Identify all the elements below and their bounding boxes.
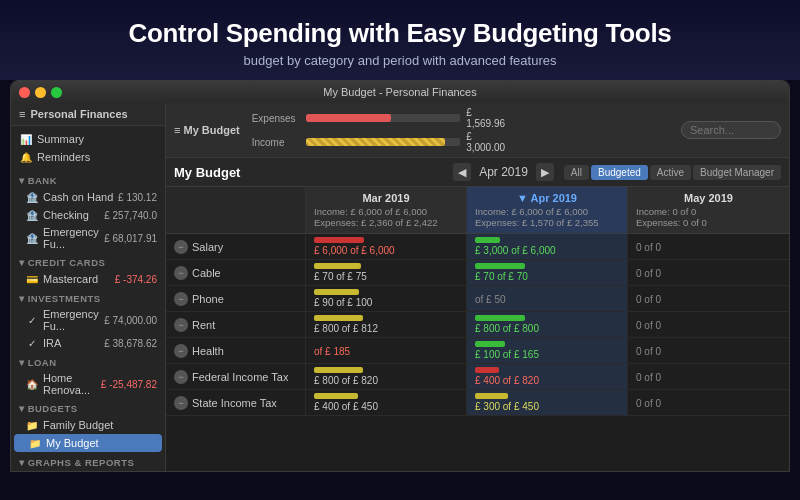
prev-month-button[interactable]: ◀	[453, 163, 471, 181]
row-may-cell[interactable]: 0 of 0	[628, 260, 789, 285]
budget-nav-bar: My Budget ◀ Apr 2019 ▶ AllBudgetedActive…	[166, 158, 789, 187]
row-mar-cell[interactable]: £ 800 of £ 812	[306, 312, 467, 337]
summary-icon: 📊	[19, 132, 33, 146]
sidebar-item-value: £ 130.12	[118, 192, 157, 203]
minimize-button[interactable]	[35, 87, 46, 98]
sidebar-icon: 🏦	[25, 231, 39, 245]
row-mar-cell[interactable]: £ 400 of £ 450	[306, 390, 467, 415]
row-apr-cell[interactable]: £ 100 of £ 165	[467, 338, 628, 363]
may-amount: 0 of 0	[636, 242, 781, 253]
filter-btn-budget-manager[interactable]: Budget Manager	[693, 165, 781, 180]
expenses-bar-container	[306, 114, 460, 122]
row-apr-cell[interactable]: £ 70 of £ 70	[467, 260, 628, 285]
row-may-cell[interactable]: 0 of 0	[628, 338, 789, 363]
sidebar: ≡ Personal Finances 📊 Summary 🔔 Reminder…	[11, 103, 166, 471]
remove-row-button[interactable]: −	[174, 240, 188, 254]
filter-btn-all[interactable]: All	[564, 165, 589, 180]
row-apr-cell[interactable]: £ 800 of £ 800	[467, 312, 628, 337]
current-date-label: Apr 2019	[479, 165, 528, 179]
apr-amount: £ 400 of £ 820	[475, 375, 619, 386]
mar-amount: £ 800 of £ 820	[314, 375, 458, 386]
row-name-cell: −Phone	[166, 286, 306, 311]
remove-row-button[interactable]: −	[174, 344, 188, 358]
sidebar-item-ira[interactable]: ✓IRA£ 38,678.62	[11, 334, 165, 352]
mar-income: Income: £ 6,000 of £ 6,000	[314, 206, 458, 217]
search-input[interactable]	[681, 121, 781, 139]
hero-subtitle: budget by category and period with advan…	[20, 53, 780, 68]
mar-title: Mar 2019	[314, 192, 458, 204]
remove-row-button[interactable]: −	[174, 396, 188, 410]
row-apr-cell[interactable]: £ 3,000 of £ 6,000	[467, 234, 628, 259]
row-mar-cell[interactable]: £ 6,000 of £ 6,000	[306, 234, 467, 259]
sidebar-item-expenses-(memorized)[interactable]: 📈Expenses (Memorized)	[11, 470, 165, 471]
row-name: Health	[192, 345, 224, 357]
row-mar-cell[interactable]: £ 800 of £ 820	[306, 364, 467, 389]
remove-row-button[interactable]: −	[174, 370, 188, 384]
apr-expenses: Expenses: £ 1,570 of £ 2,355	[475, 217, 619, 228]
row-may-cell[interactable]: 0 of 0	[628, 312, 789, 337]
sidebar-header-label: Personal Finances	[30, 108, 127, 120]
row-name-cell: −Salary	[166, 234, 306, 259]
sidebar-item-mastercard[interactable]: 💳Mastercard£ -374.26	[11, 270, 165, 288]
mar-bar	[314, 315, 363, 321]
row-name: Rent	[192, 319, 215, 331]
sidebar-item-value: £ 68,017.91	[104, 233, 157, 244]
sidebar-item-my-budget[interactable]: 📁My Budget	[14, 434, 162, 452]
row-may-cell[interactable]: 0 of 0	[628, 390, 789, 415]
sidebar-icon: 🏦	[25, 190, 39, 204]
remove-row-button[interactable]: −	[174, 318, 188, 332]
sidebar-item-emergency-fu---[interactable]: ✓Emergency Fu...£ 74,000.00	[11, 306, 165, 334]
hero-section: Control Spending with Easy Budgeting Too…	[0, 0, 800, 80]
row-apr-cell[interactable]: £ 300 of £ 450	[467, 390, 628, 415]
remove-row-button[interactable]: −	[174, 266, 188, 280]
budget-nav-title: My Budget	[174, 165, 451, 180]
row-may-cell[interactable]: 0 of 0	[628, 364, 789, 389]
sidebar-section-bank: ▾ BANK	[11, 170, 165, 188]
toolbar-progress-group: Expenses £ 1,569.96 Income £ 3,000.00	[252, 107, 512, 153]
sidebar-item-summary[interactable]: 📊 Summary	[11, 130, 165, 148]
may-amount: 0 of 0	[636, 294, 781, 305]
sidebar-icon: 🏦	[25, 208, 39, 222]
filter-btn-budgeted[interactable]: Budgeted	[591, 165, 648, 180]
sidebar-item-reminders[interactable]: 🔔 Reminders	[11, 148, 165, 166]
sidebar-item-cash-on-hand[interactable]: 🏦Cash on Hand£ 130.12	[11, 188, 165, 206]
sidebar-icon: 📁	[28, 436, 42, 450]
row-apr-cell[interactable]: of £ 50	[467, 286, 628, 311]
row-mar-cell[interactable]: £ 90 of £ 100	[306, 286, 467, 311]
sidebar-icon: 💳	[25, 272, 39, 286]
close-button[interactable]	[19, 87, 30, 98]
mar-bar	[314, 367, 363, 373]
row-mar-cell[interactable]: £ 70 of £ 75	[306, 260, 467, 285]
sidebar-item-value: £ -25,487.82	[101, 379, 157, 390]
budget-filter-group: AllBudgetedActiveBudget Manager	[564, 165, 781, 180]
row-apr-cell[interactable]: £ 400 of £ 820	[467, 364, 628, 389]
may-amount: 0 of 0	[636, 268, 781, 279]
row-name-cell: −Cable	[166, 260, 306, 285]
sidebar-icon: ✓	[25, 313, 39, 327]
column-headers: Mar 2019 Income: £ 6,000 of £ 6,000 Expe…	[166, 187, 789, 234]
mar-bar	[314, 237, 364, 243]
sidebar-section-credit-cards: ▾ CREDIT CARDS	[11, 252, 165, 270]
sidebar-item-checking[interactable]: 🏦Checking£ 257,740.0	[11, 206, 165, 224]
row-may-cell[interactable]: 0 of 0	[628, 234, 789, 259]
row-may-cell[interactable]: 0 of 0	[628, 286, 789, 311]
sidebar-item-home-renova---[interactable]: 🏠Home Renova...£ -25,487.82	[11, 370, 165, 398]
row-mar-cell[interactable]: of £ 185	[306, 338, 467, 363]
sidebar-header-icon: ≡	[19, 108, 25, 120]
expenses-label: Expenses	[252, 113, 300, 124]
main-content: ≡ My Budget Expenses £ 1,569.96 Income	[166, 103, 789, 471]
mar-amount: £ 70 of £ 75	[314, 271, 458, 282]
remove-row-button[interactable]: −	[174, 292, 188, 306]
sidebar-item-value: £ -374.26	[115, 274, 157, 285]
sidebar-item-emergency-fu---[interactable]: 🏦Emergency Fu...£ 68,017.91	[11, 224, 165, 252]
sidebar-item-name: Home Renova...	[43, 372, 101, 396]
filter-btn-active[interactable]: Active	[650, 165, 691, 180]
sidebar-sections: ▾ BANK🏦Cash on Hand£ 130.12🏦Checking£ 25…	[11, 170, 165, 471]
mar-bar	[314, 263, 361, 269]
row-name: Salary	[192, 241, 223, 253]
sidebar-item-family-budget[interactable]: 📁Family Budget	[11, 416, 165, 434]
next-month-button[interactable]: ▶	[536, 163, 554, 181]
row-name-cell: −Federal Income Tax	[166, 364, 306, 389]
maximize-button[interactable]	[51, 87, 62, 98]
mar-amount: of £ 185	[314, 346, 458, 357]
